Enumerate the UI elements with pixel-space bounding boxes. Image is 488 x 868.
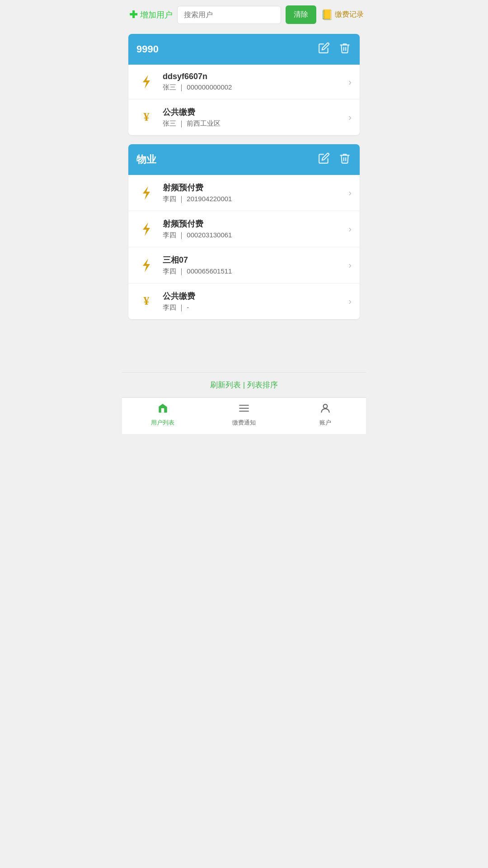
svg-marker-0	[143, 75, 150, 89]
fee-record-button[interactable]: 📒 缴费记录	[321, 9, 364, 21]
item-title: 公共缴费	[163, 107, 345, 118]
notebook-icon: 📒	[321, 9, 333, 21]
svg-marker-3	[143, 222, 150, 236]
edit-group-wuye-button[interactable]	[317, 151, 331, 168]
chevron-right-icon: ›	[348, 296, 352, 307]
svg-text:¥: ¥	[144, 110, 150, 123]
item-subtitle: 李四 ｜ 201904220001	[163, 195, 345, 203]
nav-label-fee-notice: 缴费通知	[232, 419, 256, 427]
item-title: 公共缴费	[163, 291, 345, 302]
home-icon	[157, 402, 169, 417]
footer-actions-text: 刷新列表 | 列表排序	[210, 381, 278, 389]
item-content: ddsyf6607n 张三 ｜ 000000000002	[163, 72, 345, 92]
footer-actions: 刷新列表 | 列表排序	[122, 372, 366, 397]
list-icon	[238, 402, 250, 417]
list-item[interactable]: ¥ 公共缴费 张三 ｜ 前西工业区 ›	[128, 99, 360, 135]
nav-label-account: 账户	[319, 419, 331, 427]
bottom-nav: 用户列表 缴费通知 账户	[122, 397, 366, 434]
item-title: 三相07	[163, 255, 345, 265]
item-subtitle: 张三 ｜ 000000000002	[163, 83, 345, 92]
lightning-icon	[140, 222, 153, 237]
chevron-right-icon: ›	[348, 188, 352, 198]
clear-button[interactable]: 清除	[286, 5, 316, 24]
sort-list-button[interactable]: 列表排序	[247, 381, 278, 389]
list-item[interactable]: 射频预付费 李四 ｜ 201904220001 ›	[128, 175, 360, 211]
lightning-icon	[140, 185, 153, 201]
trash-icon	[339, 152, 351, 164]
lightning-icon	[140, 74, 153, 90]
search-input[interactable]	[177, 6, 281, 24]
add-user-label: 增加用户	[140, 9, 173, 20]
yen-icon: ¥	[139, 294, 154, 309]
chevron-right-icon: ›	[348, 77, 352, 87]
separator: |	[243, 381, 247, 389]
person-icon	[319, 402, 331, 417]
toolbar: ✚ 增加用户 清除 📒 缴费记录	[122, 0, 366, 29]
group-title-wuye: 物业	[136, 153, 156, 166]
item-subtitle: 张三 ｜ 前西工业区	[163, 119, 345, 128]
user-group-wuye: 物业	[128, 144, 360, 319]
item-icon-yen: ¥	[136, 108, 156, 127]
chevron-right-icon: ›	[348, 260, 352, 270]
lightning-icon	[140, 258, 153, 273]
svg-point-9	[324, 404, 328, 408]
item-icon-lightning	[136, 72, 156, 92]
item-subtitle: 李四 ｜ 000203130061	[163, 231, 345, 240]
group-header-wuye: 物业	[128, 144, 360, 175]
group-actions-wuye	[317, 151, 352, 168]
chevron-right-icon: ›	[348, 112, 352, 123]
list-item[interactable]: ddsyf6607n 张三 ｜ 000000000002 ›	[128, 65, 360, 99]
item-title: 射频预付费	[163, 182, 345, 193]
delete-group-wuye-button[interactable]	[338, 151, 352, 168]
add-user-button[interactable]: ✚ 增加用户	[129, 9, 173, 21]
item-subtitle: 李四 ｜ 000065601511	[163, 267, 345, 276]
user-group-9990: 9990	[128, 34, 360, 135]
item-content: 射频预付费 李四 ｜ 201904220001	[163, 182, 345, 203]
item-icon-yen: ¥	[136, 292, 156, 311]
edit-group-9990-button[interactable]	[317, 41, 331, 57]
item-icon-lightning	[136, 219, 156, 239]
item-content: 射频预付费 李四 ｜ 000203130061	[163, 218, 345, 240]
chevron-right-icon: ›	[348, 224, 352, 234]
item-icon-lightning	[136, 183, 156, 203]
item-icon-lightning	[136, 255, 156, 275]
group-title-9990: 9990	[136, 43, 159, 55]
edit-icon	[318, 152, 330, 164]
nav-label-user-list: 用户列表	[151, 419, 174, 427]
svg-text:¥: ¥	[144, 294, 150, 307]
item-subtitle: 李四 ｜ -	[163, 303, 345, 312]
list-item[interactable]: ¥ 公共缴费 李四 ｜ - ›	[128, 283, 360, 319]
list-item[interactable]: 射频预付费 李四 ｜ 000203130061 ›	[128, 211, 360, 247]
item-title: ddsyf6607n	[163, 72, 345, 81]
list-item[interactable]: 三相07 李四 ｜ 000065601511 ›	[128, 247, 360, 283]
plus-icon: ✚	[129, 9, 137, 21]
yen-icon: ¥	[139, 110, 154, 125]
group-actions-9990	[317, 41, 352, 57]
item-content: 三相07 李四 ｜ 000065601511	[163, 255, 345, 276]
nav-item-fee-notice[interactable]: 缴费通知	[203, 402, 285, 427]
refresh-list-button[interactable]: 刷新列表	[210, 381, 241, 389]
item-content: 公共缴费 张三 ｜ 前西工业区	[163, 107, 345, 128]
trash-icon	[339, 42, 351, 54]
delete-group-9990-button[interactable]	[338, 41, 352, 57]
main-content: 9990	[122, 29, 366, 372]
group-header-9990: 9990	[128, 34, 360, 65]
svg-marker-4	[143, 259, 150, 272]
nav-item-account[interactable]: 账户	[285, 402, 366, 427]
edit-icon	[318, 42, 330, 54]
item-content: 公共缴费 李四 ｜ -	[163, 291, 345, 312]
item-title: 射频预付费	[163, 218, 345, 229]
svg-marker-2	[143, 186, 150, 200]
nav-item-user-list[interactable]: 用户列表	[122, 402, 203, 427]
